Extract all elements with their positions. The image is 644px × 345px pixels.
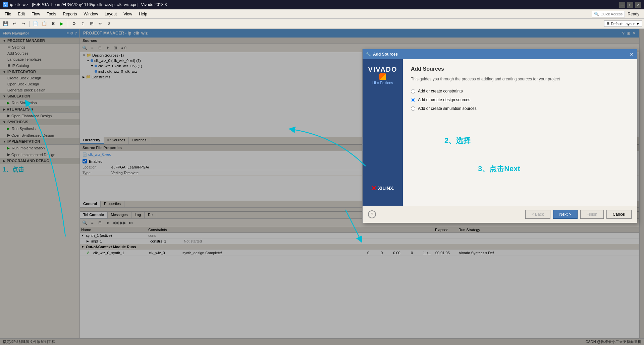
window-controls[interactable]: — □ ✕ bbox=[619, 2, 641, 8]
menu-file[interactable]: File bbox=[1, 11, 14, 17]
xilinx-x-icon: ✕ bbox=[371, 184, 377, 192]
menu-edit[interactable]: Edit bbox=[14, 11, 28, 17]
radio-design-input[interactable] bbox=[411, 98, 415, 102]
menu-window[interactable]: Window bbox=[80, 11, 101, 17]
run-button[interactable]: ▶ bbox=[58, 20, 65, 27]
menu-tools[interactable]: Tools bbox=[43, 11, 59, 17]
quick-access-placeholder: Quick Access bbox=[600, 12, 623, 16]
minimize-button[interactable]: — bbox=[619, 2, 625, 8]
annotation-step3: 3、点击Next bbox=[478, 164, 520, 173]
modal-header: 🔧 Add Sources ✕ bbox=[363, 49, 637, 59]
layout-chevron-icon: ▼ bbox=[636, 22, 640, 26]
radio-constraints[interactable]: Add or create constraints bbox=[411, 89, 629, 93]
finish-button[interactable]: Finish bbox=[580, 210, 604, 219]
redo-button[interactable]: ↪ bbox=[19, 20, 27, 27]
layout-label: Default Layout bbox=[611, 22, 635, 26]
vivado-hlx-text: HLx Editions bbox=[372, 81, 393, 85]
vivado-logo-text: VIVADO bbox=[368, 66, 397, 73]
radio-constraints-input[interactable] bbox=[411, 89, 415, 93]
copy-button[interactable]: 📄 bbox=[32, 20, 39, 27]
sum-button[interactable]: Σ bbox=[79, 20, 87, 27]
xilinx-text: XILINX. bbox=[378, 186, 394, 191]
tool2-button[interactable]: ✏ bbox=[97, 20, 104, 27]
app-icon: V bbox=[3, 2, 8, 7]
modal-close-button[interactable]: ✕ bbox=[630, 52, 634, 57]
window-title: ip_clk_wiz - [E:/FPGA_Learn/FPGA/Day1116… bbox=[10, 2, 167, 7]
modal-sidebar: VIVADO HLx Editions ✕ XILINX. bbox=[363, 59, 403, 206]
xilinx-logo: ✕ XILINX. bbox=[371, 184, 394, 192]
cancel-button[interactable]: Cancel bbox=[606, 210, 632, 219]
vivado-logo-icon bbox=[379, 73, 386, 80]
modal-title-bar: 🔧 Add Sources bbox=[366, 52, 398, 57]
delete-button[interactable]: ✖ bbox=[49, 20, 57, 27]
vivado-logo: VIVADO HLx Editions bbox=[368, 66, 397, 85]
settings-button[interactable]: ⚙ bbox=[70, 20, 78, 27]
radio-design[interactable]: Add or create design sources bbox=[411, 97, 629, 102]
radio-simulation-input[interactable] bbox=[411, 107, 415, 111]
layout-selector[interactable]: ⊞ Default Layout ▼ bbox=[604, 20, 642, 27]
tool1-button[interactable]: ⊞ bbox=[88, 20, 95, 27]
add-sources-modal: 🔧 Add Sources ✕ VIVADO HLx Editions bbox=[362, 49, 637, 223]
radio-design-label: Add or create design sources bbox=[418, 97, 470, 102]
radio-group: Add or create constraints Add or create … bbox=[411, 89, 629, 111]
close-button[interactable]: ✕ bbox=[635, 2, 641, 8]
radio-simulation-label: Add or create simulation sources bbox=[418, 106, 477, 111]
save-button[interactable]: 💾 bbox=[2, 20, 9, 27]
modal-content: Add Sources This guides you through the … bbox=[403, 59, 637, 206]
quick-access-bar[interactable]: 🔍 Quick Access bbox=[592, 11, 625, 17]
menu-layout[interactable]: Layout bbox=[101, 11, 120, 17]
modal-body: VIVADO HLx Editions ✕ XILINX. bbox=[363, 59, 637, 206]
menu-flow[interactable]: Flow bbox=[28, 11, 43, 17]
toolbar: 💾 ↩ ↪ 📄 📋 ✖ ▶ ⚙ Σ ⊞ ✏ ✗ ⊞ Default Layout… bbox=[0, 19, 644, 29]
menu-reports[interactable]: Reports bbox=[59, 11, 80, 17]
menu-view[interactable]: View bbox=[120, 11, 136, 17]
radio-simulation[interactable]: Add or create simulation sources bbox=[411, 106, 629, 111]
back-button[interactable]: < Back bbox=[525, 210, 550, 219]
help-button[interactable]: ? bbox=[368, 210, 376, 218]
modal-icon: 🔧 bbox=[366, 52, 371, 57]
maximize-button[interactable]: □ bbox=[627, 2, 633, 8]
modal-header-title-text: Add Sources bbox=[373, 52, 398, 57]
next-button[interactable]: Next > bbox=[553, 210, 578, 219]
annotation-step2: 2、选择 bbox=[444, 136, 471, 145]
ready-label: Ready bbox=[628, 12, 639, 16]
modal-overlay: 🔧 Add Sources ✕ VIVADO HLx Editions bbox=[0, 29, 644, 345]
modal-title-text: Add Sources bbox=[411, 66, 629, 72]
undo-button[interactable]: ↩ bbox=[11, 20, 18, 27]
tool3-button[interactable]: ✗ bbox=[105, 20, 113, 27]
title-bar: V ip_clk_wiz - [E:/FPGA_Learn/FPGA/Day11… bbox=[0, 0, 644, 9]
radio-constraints-label: Add or create constraints bbox=[418, 89, 463, 93]
menu-help[interactable]: Help bbox=[136, 11, 151, 17]
modal-description: This guides you through the process of a… bbox=[411, 77, 629, 81]
search-icon: 🔍 bbox=[594, 12, 599, 16]
modal-footer: ? < Back Next > Finish Cancel bbox=[363, 206, 637, 223]
layout-icon: ⊞ bbox=[606, 21, 609, 26]
paste-button[interactable]: 📋 bbox=[41, 20, 48, 27]
menu-bar: File Edit Flow Tools Reports Window Layo… bbox=[0, 9, 644, 19]
